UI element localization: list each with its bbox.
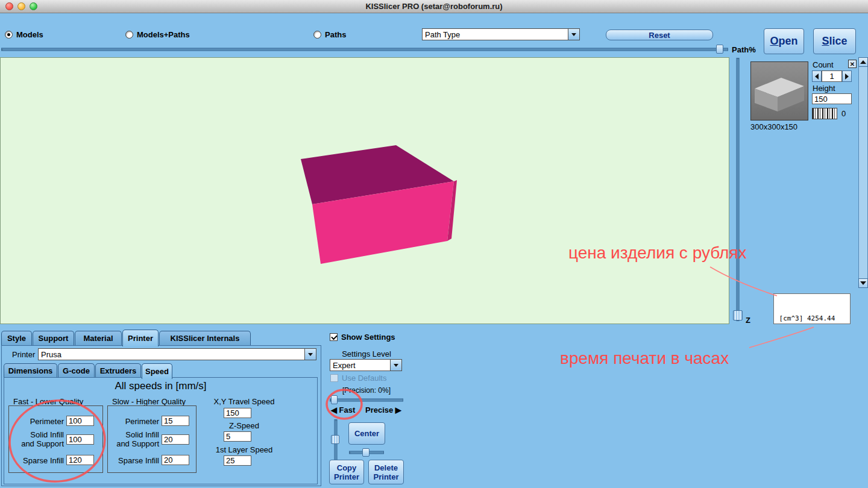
- first-layer-speed-input[interactable]: [224, 455, 251, 466]
- subtab-extruders[interactable]: Extruders: [95, 363, 141, 377]
- copy-printer-button[interactable]: Copy Printer: [329, 460, 364, 484]
- mesh-count-value: 0: [841, 109, 846, 118]
- fast-perimeter-input[interactable]: [66, 416, 94, 426]
- kisslicer-window: KISSlicer PRO (setar@roboforum.ru) Model…: [0, 0, 868, 488]
- printer-combo-value: Prusa: [39, 349, 304, 360]
- show-settings-label: Show Settings: [341, 333, 395, 342]
- height-label: Height: [813, 84, 835, 93]
- settings-level-combo[interactable]: Expert: [330, 359, 402, 371]
- print-stats-box: [cm^3] 4254.44 [$] 91279.55 [HH:MM] 116:…: [773, 293, 851, 324]
- slow-solid-input[interactable]: [162, 434, 189, 445]
- count-decrement-icon[interactable]: [812, 70, 822, 82]
- subtab-speed-label: Speed: [145, 367, 169, 376]
- model-box[interactable]: [1, 58, 729, 324]
- center-button-label: Center: [354, 429, 379, 438]
- tab-style[interactable]: Style: [1, 331, 32, 345]
- open-button-label: Open: [770, 37, 797, 46]
- show-settings-checkbox[interactable]: Show Settings: [330, 333, 395, 342]
- stat-volume: [cm^3] 4254.44: [775, 314, 849, 324]
- printer-label: Printer: [12, 350, 35, 359]
- fast-group-title: Fast - Lower Quality: [13, 397, 83, 406]
- path-type-combo[interactable]: Path Type: [422, 28, 580, 40]
- slow-sparse-label: Sparse Infill: [107, 456, 159, 465]
- z-speed-input[interactable]: [224, 431, 251, 442]
- slow-perimeter-label: Perimeter: [107, 417, 159, 426]
- fast-solid-input[interactable]: [66, 434, 94, 445]
- tab-style-label: Style: [7, 334, 26, 343]
- vertical-adjust-slider[interactable]: [331, 419, 340, 461]
- model-thumbnail-box: [751, 62, 808, 120]
- annotation-time-note: время печати в часах: [560, 349, 729, 368]
- height-input[interactable]: [812, 93, 852, 104]
- count-increment-icon[interactable]: [842, 70, 852, 82]
- radio-icon: [313, 31, 321, 39]
- use-defaults-checkbox[interactable]: Use Defaults: [330, 374, 386, 383]
- fast-sparse-input[interactable]: [66, 455, 94, 465]
- radio-models[interactable]: Models: [5, 30, 43, 39]
- slider-track: [737, 58, 740, 321]
- chevron-down-icon[interactable]: [304, 349, 316, 360]
- settings-level-value: Expert: [330, 360, 390, 371]
- chevron-down-icon[interactable]: [568, 29, 579, 40]
- model-close-button[interactable]: ✕: [848, 60, 857, 68]
- radio-paths-label: Paths: [325, 30, 346, 39]
- travel-speed-input[interactable]: [224, 408, 251, 418]
- subtab-dimensions[interactable]: Dimensions: [4, 363, 57, 377]
- subtab-speed[interactable]: Speed: [142, 363, 172, 379]
- radio-models-paths-label: Models+Paths: [137, 30, 190, 39]
- tab-support[interactable]: Support: [33, 331, 74, 345]
- precision-slider-thumb[interactable]: [331, 395, 338, 404]
- count-input[interactable]: [822, 70, 842, 82]
- viewport-3d[interactable]: [0, 57, 729, 324]
- delete-printer-label: Delete Printer: [374, 463, 399, 481]
- subtab-dimensions-label: Dimensions: [8, 366, 53, 375]
- printer-combo[interactable]: Prusa: [38, 348, 316, 360]
- tab-material-label: Material: [83, 334, 113, 343]
- mini-slider-thumb[interactable]: [362, 448, 370, 457]
- radio-paths[interactable]: Paths: [313, 30, 346, 39]
- annotation-price-note: цена изделия с рублях: [568, 243, 747, 263]
- delete-printer-button[interactable]: Delete Printer: [368, 460, 404, 484]
- tab-internals-label: KISSlicer Internals: [171, 334, 240, 343]
- fast-solid-label: Solid Infill and Support: [5, 430, 64, 448]
- center-button[interactable]: Center: [348, 422, 385, 445]
- tab-material[interactable]: Material: [75, 331, 122, 345]
- tab-kisslicer-internals[interactable]: KISSlicer Internals: [159, 331, 251, 345]
- fast-sparse-label: Sparse Infill: [8, 456, 64, 465]
- path-percent-slider[interactable]: [1, 45, 728, 54]
- slow-perimeter-input[interactable]: [162, 416, 189, 426]
- chevron-down-icon[interactable]: [390, 360, 401, 371]
- subtab-gcode[interactable]: G-code: [58, 363, 95, 377]
- z-slider[interactable]: [732, 58, 743, 321]
- scrollbar-track[interactable]: [858, 57, 868, 288]
- titlebar: KISSlicer PRO (setar@roboforum.ru): [0, 0, 868, 13]
- z-axis-label: Z: [746, 316, 750, 325]
- fast-perimeter-label: Perimeter: [8, 417, 64, 426]
- tab-printer-label: Printer: [128, 334, 153, 343]
- mini-slider[interactable]: [349, 448, 384, 457]
- fast-end-label: ◀ Fast: [331, 405, 355, 414]
- vertical-slider-thumb[interactable]: [331, 435, 339, 444]
- checkbox-icon: [330, 374, 338, 382]
- radio-icon: [125, 31, 133, 39]
- z-slider-thumb[interactable]: [733, 310, 743, 321]
- scroll-up-icon[interactable]: [858, 57, 868, 67]
- slow-sparse-input[interactable]: [162, 455, 189, 465]
- precise-end-label: Precise ▶: [365, 405, 401, 414]
- open-button[interactable]: Open: [764, 28, 804, 54]
- reset-button[interactable]: Reset: [606, 30, 713, 40]
- radio-models-paths[interactable]: Models+Paths: [125, 30, 190, 39]
- slow-group-title: Slow - Higher Quality: [112, 397, 186, 406]
- slice-button[interactable]: Slice: [813, 28, 856, 54]
- subtab-extruders-label: Extruders: [100, 366, 137, 375]
- reset-button-label: Reset: [649, 31, 670, 40]
- model-thumbnail[interactable]: [750, 61, 808, 120]
- slider-thumb[interactable]: [716, 45, 723, 54]
- tab-printer[interactable]: Printer: [122, 330, 159, 346]
- barcode-icon: [812, 108, 837, 119]
- slow-solid-label: Solid Infill and Support: [104, 430, 159, 448]
- precision-slider[interactable]: [330, 395, 403, 404]
- window-title: KISSlicer PRO (setar@roboforum.ru): [0, 2, 868, 11]
- scroll-down-icon[interactable]: [858, 278, 868, 288]
- slice-button-label: Slice: [822, 37, 847, 46]
